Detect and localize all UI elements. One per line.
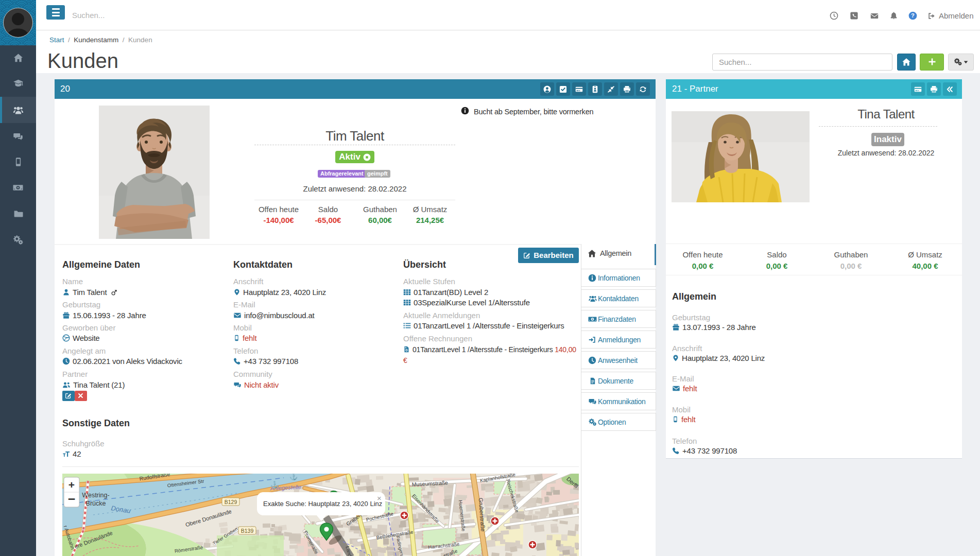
- svg-text:⚓: ⚓: [270, 480, 279, 489]
- svg-text:Exakte Suche: Hauptplatz 23, 4: Exakte Suche: Hauptplatz 23, 4020 Linz: [263, 500, 382, 508]
- svg-text:Westring-: Westring-: [82, 492, 109, 499]
- svg-text:⚓: ⚓: [289, 474, 298, 481]
- svg-text:B139: B139: [241, 528, 254, 534]
- svg-text:Brücke: Brücke: [86, 500, 106, 507]
- svg-text:+: +: [68, 479, 75, 491]
- svg-text:×: ×: [377, 494, 382, 502]
- svg-text:B129: B129: [225, 499, 237, 505]
- svg-text:−: −: [68, 492, 76, 506]
